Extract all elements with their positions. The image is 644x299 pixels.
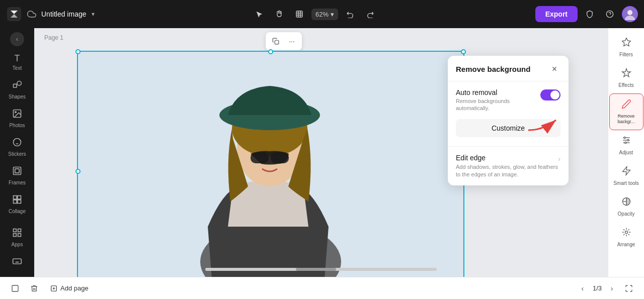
panel-close-button[interactable] xyxy=(548,63,560,75)
auto-removal-description: Remove backgrounds automatically. xyxy=(456,97,535,112)
canvas-toolbar: ··· xyxy=(266,32,302,50)
svg-rect-6 xyxy=(14,84,17,87)
app-logo xyxy=(6,6,22,22)
hand-tool-button[interactable] xyxy=(271,6,287,22)
right-sidebar-item-arrange[interactable]: Arrange xyxy=(609,222,643,253)
canvas-copy-button[interactable] xyxy=(269,34,283,48)
edit-edge-label: Edit edge xyxy=(456,154,558,162)
sidebar-item-shapes[interactable]: Shapes xyxy=(3,76,31,104)
canvas-more-button[interactable]: ··· xyxy=(285,34,299,48)
frame-tool-button[interactable] xyxy=(291,6,307,22)
svg-point-10 xyxy=(14,139,21,146)
document-title[interactable]: Untitled image xyxy=(41,10,87,18)
svg-marker-38 xyxy=(622,166,630,175)
right-sidebar-item-remove-bg[interactable]: Remove backgr... xyxy=(609,93,643,130)
edit-edge-row[interactable]: Edit edge Add shadows, strokes, glow, an… xyxy=(448,147,569,186)
sidebar-item-apps[interactable]: Apps xyxy=(3,224,31,251)
sidebar-item-photos[interactable]: Photos xyxy=(3,105,31,132)
sidebar-item-collage[interactable]: Collage xyxy=(3,190,31,218)
right-sidebar-item-smart-tools[interactable]: Smart tools xyxy=(609,161,643,191)
right-sidebar-item-adjust[interactable]: Adjust xyxy=(609,130,643,161)
sidebar-item-text[interactable]: T Text xyxy=(3,49,31,75)
canvas-scrollbar-thumb[interactable] xyxy=(296,268,336,271)
bottom-bar: Add page ‹ 1/3 › xyxy=(0,277,644,299)
collage-icon xyxy=(12,194,22,207)
sidebar-item-keyboard[interactable] xyxy=(3,252,31,273)
stickers-icon xyxy=(12,137,22,150)
smart-tools-icon xyxy=(621,166,631,178)
text-icon: T xyxy=(15,53,20,64)
page-indicator: 1/3 xyxy=(593,284,602,292)
svg-point-7 xyxy=(17,81,21,85)
topbar: Untitled image ▾ 62% ▾ Export xyxy=(0,0,644,28)
auto-removal-text: Auto removal Remove backgrounds automati… xyxy=(456,88,535,112)
smart-tools-label: Smart tools xyxy=(613,180,639,186)
svg-rect-12 xyxy=(15,169,19,173)
right-sidebar-item-effects[interactable]: Effects xyxy=(609,63,643,93)
customize-button[interactable]: Customize xyxy=(456,119,560,137)
export-button[interactable]: Export xyxy=(535,6,578,22)
svg-point-37 xyxy=(624,142,626,143)
fullscreen-button[interactable] xyxy=(622,281,636,295)
auto-removal-label: Auto removal xyxy=(456,88,535,96)
right-sidebar-item-filters[interactable]: Filters xyxy=(609,32,643,63)
zoom-value: 62% xyxy=(315,11,329,18)
adjust-icon xyxy=(621,135,631,148)
edit-edge-chevron-icon: › xyxy=(558,155,560,163)
frames-icon xyxy=(12,166,22,178)
select-tool-button[interactable] xyxy=(251,6,267,22)
svg-rect-15 xyxy=(14,200,17,204)
edit-edge-text: Edit edge Add shadows, strokes, glow, an… xyxy=(456,154,558,179)
zoom-control[interactable]: 62% ▾ xyxy=(311,9,338,20)
svg-rect-14 xyxy=(18,196,21,200)
svg-rect-16 xyxy=(18,200,21,204)
svg-rect-41 xyxy=(12,285,18,291)
svg-rect-29 xyxy=(271,152,289,163)
page-label: Page 1 xyxy=(44,34,63,41)
svg-marker-31 xyxy=(622,38,630,46)
help-icon[interactable] xyxy=(602,6,618,22)
next-page-button[interactable]: › xyxy=(606,282,618,294)
svg-rect-1 xyxy=(296,11,302,17)
svg-rect-22 xyxy=(275,40,279,44)
auto-removal-row: Auto removal Remove backgrounds automati… xyxy=(456,88,560,112)
auto-removal-toggle[interactable] xyxy=(540,89,560,101)
remove-bg-label: Remove backgr... xyxy=(613,114,640,125)
svg-rect-19 xyxy=(14,234,17,237)
svg-point-35 xyxy=(624,137,625,138)
sidebar-item-stickers[interactable]: Stickers xyxy=(3,133,31,161)
svg-rect-21 xyxy=(13,259,22,264)
right-sidebar-item-opacity[interactable]: Opacity xyxy=(609,191,643,222)
frame-icon-button[interactable] xyxy=(8,281,22,295)
svg-rect-11 xyxy=(14,167,21,175)
remove-bg-icon xyxy=(621,99,631,112)
svg-rect-13 xyxy=(14,196,17,200)
svg-point-9 xyxy=(15,112,16,113)
canvas-area[interactable]: Page 1 ··· xyxy=(34,28,608,277)
bottom-left-tools: Add page xyxy=(8,281,93,295)
arrange-icon xyxy=(621,227,631,240)
adjust-label: Adjust xyxy=(619,150,633,156)
canvas-scrollbar[interactable] xyxy=(205,268,437,271)
panel-header: Remove background xyxy=(448,56,569,81)
cloud-icon[interactable] xyxy=(27,10,36,19)
photos-icon xyxy=(12,109,22,121)
prev-page-button[interactable]: ‹ xyxy=(577,282,589,294)
undo-button[interactable] xyxy=(342,6,358,22)
toggle-thumb xyxy=(550,90,559,99)
edit-edge-description: Add shadows, strokes, glow, and feathers… xyxy=(456,163,558,179)
topbar-right-actions: Export xyxy=(535,6,638,22)
sidebar-collapse-button[interactable]: ‹ xyxy=(10,32,24,46)
opacity-icon xyxy=(621,196,631,209)
shield-icon[interactable] xyxy=(582,6,598,22)
filters-icon xyxy=(621,37,631,50)
delete-button[interactable] xyxy=(27,281,41,295)
svg-point-36 xyxy=(627,139,628,141)
auto-removal-section: Auto removal Remove backgrounds automati… xyxy=(448,81,569,119)
redo-button[interactable] xyxy=(362,6,378,22)
user-avatar[interactable] xyxy=(622,6,638,22)
panel-title: Remove background xyxy=(456,65,530,73)
add-page-button[interactable]: Add page xyxy=(46,282,93,294)
sidebar-item-frames[interactable]: Frames xyxy=(3,162,31,189)
canvas-image xyxy=(77,51,464,277)
